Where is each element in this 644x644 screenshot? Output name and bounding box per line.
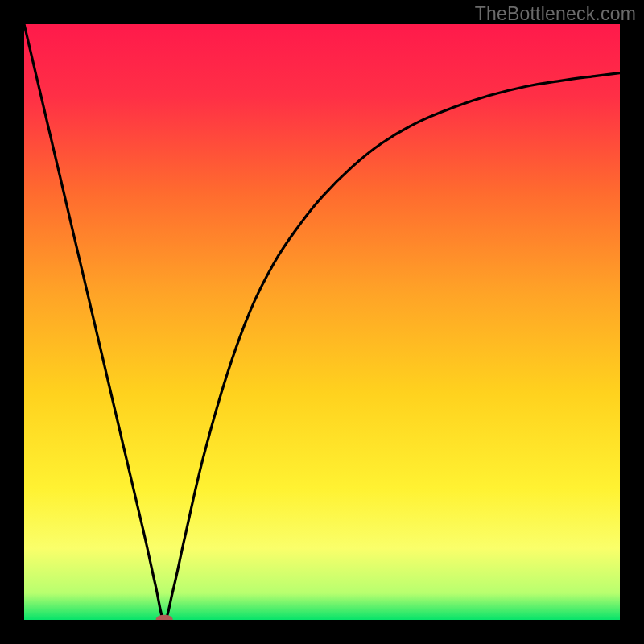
- plot-area: [24, 24, 620, 620]
- optimal-point-marker: [156, 615, 173, 620]
- curve-layer: [24, 24, 620, 620]
- chart-frame: TheBottleneck.com: [0, 0, 644, 644]
- watermark-text: TheBottleneck.com: [475, 3, 636, 25]
- bottleneck-curve: [24, 24, 620, 620]
